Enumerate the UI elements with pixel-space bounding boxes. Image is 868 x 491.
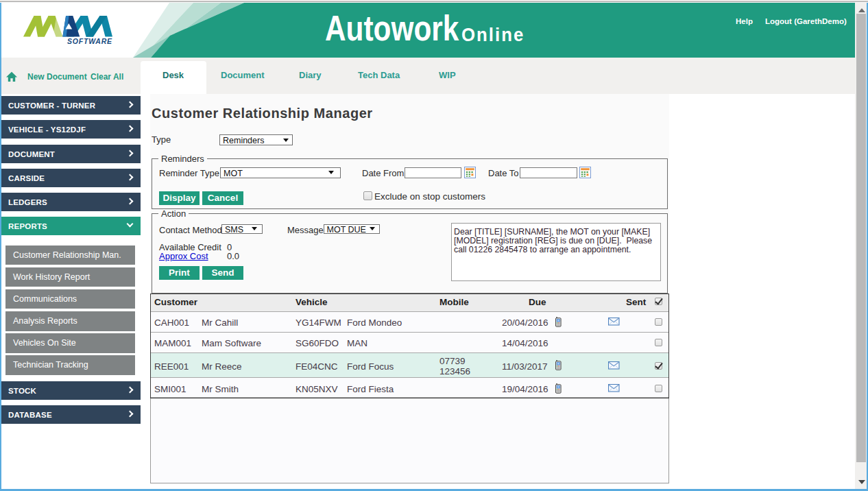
- svg-text:SOFTWARE: SOFTWARE: [67, 37, 112, 45]
